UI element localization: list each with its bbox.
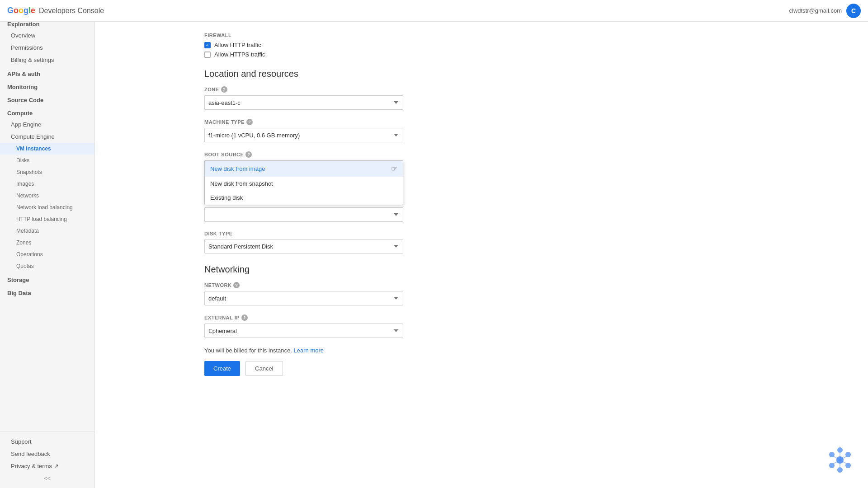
sidebar-collapse-button[interactable]: << [0,472,94,484]
firewall-title: FIREWALL [204,33,854,38]
boot-source-option-image-label: New disk from image [210,165,265,172]
billing-note: You will be billed for this instance. Le… [204,347,854,354]
zone-label: ZONE ? [204,86,854,93]
allow-http-row: Allow HTTP traffic [204,42,854,48]
sidebar-section-apis[interactable]: APIs & auth [0,66,94,79]
svg-point-4 [837,467,843,473]
sidebar-item-overview[interactable]: Overview [0,29,94,42]
sidebar-item-images[interactable]: Images [0,178,94,190]
machine-type-label: MACHINE TYPE ? [204,119,854,125]
sidebar-item-billing[interactable]: Billing & settings [0,54,94,66]
disk-type-group: DISK TYPE Standard Persistent Disk [204,231,854,253]
sidebar-item-networks[interactable]: Networks [0,190,94,202]
zone-select[interactable]: asia-east1-c [204,95,403,110]
svg-point-1 [837,447,843,453]
boot-source-option-existing-label: Existing disk [210,194,243,201]
sidebar-item-permissions[interactable]: Permissions [0,42,94,54]
allow-http-checkbox[interactable] [204,42,211,48]
learn-more-link[interactable]: Learn more [294,347,324,354]
sidebar-section-storage[interactable]: Storage [0,272,94,285]
cursor-icon: ☞ [391,164,397,173]
user-info: clwdtstr@gmail.com C [789,4,861,18]
sidebar-item-app-engine[interactable]: App Engine [0,118,94,131]
sidebar-item-metadata[interactable]: Metadata [0,225,94,237]
zone-group: ZONE ? asia-east1-c [204,86,854,110]
action-buttons: Create Cancel [204,361,854,376]
main-content: FIREWALL Allow HTTP traffic Allow HTTPS … [190,22,868,488]
avatar[interactable]: C [846,4,861,18]
user-email: clwdtstr@gmail.com [789,7,842,14]
network-select[interactable]: default [204,291,403,305]
allow-https-row: Allow HTTPS traffic [204,51,854,58]
allow-https-checkbox[interactable] [204,52,211,58]
location-heading: Location and resources [204,69,854,79]
external-ip-select[interactable]: Ephemeral [204,324,403,338]
zone-help-icon[interactable]: ? [221,86,227,93]
sidebar-item-support[interactable]: Support [0,436,94,448]
boot-source-option-snapshot-label: New disk from snapshot [210,180,273,187]
app-name: Developers Console [39,7,104,15]
allow-https-label: Allow HTTPS traffic [214,51,265,58]
disk-type-select[interactable]: Standard Persistent Disk [204,239,403,253]
sidebar-section-big-data[interactable]: Big Data [0,285,94,298]
logo: Google Developers Console [7,6,104,15]
header: Google Developers Console clwdtstr@gmail… [0,0,868,22]
networking-heading: Networking [204,264,854,275]
boot-source-option-image[interactable]: New disk from image ☞ [205,161,403,177]
floating-cluster-icon [826,446,854,474]
sidebar-item-snapshots[interactable]: Snapshots [0,166,94,178]
machine-type-select[interactable]: f1-micro (1 vCPU, 0.6 GB memory) [204,128,403,142]
external-ip-label: EXTERNAL IP ? [204,314,854,321]
boot-source-group: BOOT SOURCE ? New disk from image ☞ New … [204,151,854,158]
sidebar-item-disks[interactable]: Disks [0,155,94,166]
sidebar-item-network-load-balancing[interactable]: Network load balancing [0,202,94,213]
boot-source-option-snapshot[interactable]: New disk from snapshot [205,177,403,191]
sidebar: < Projects Exploration Overview Permissi… [0,0,95,488]
sidebar-item-quotas[interactable]: Quotas [0,260,94,272]
machine-type-help-icon[interactable]: ? [246,119,253,125]
firewall-section: FIREWALL Allow HTTP traffic Allow HTTPS … [204,33,854,58]
sidebar-item-privacy[interactable]: Privacy & terms ↗ [0,460,94,472]
google-logo: Google [7,6,35,15]
boot-source-option-existing[interactable]: Existing disk [205,191,403,205]
disk-type-label: DISK TYPE [204,231,854,236]
sidebar-section-monitoring[interactable]: Monitoring [0,79,94,92]
machine-type-group: MACHINE TYPE ? f1-micro (1 vCPU, 0.6 GB … [204,119,854,142]
boot-source-help-icon[interactable]: ? [245,151,252,158]
sidebar-item-http-load-balancing[interactable]: HTTP load balancing [0,213,94,225]
boot-source-label: BOOT SOURCE ? [204,151,854,158]
image-select[interactable] [204,207,403,222]
sidebar-section-compute: Compute [0,105,94,118]
allow-http-label: Allow HTTP traffic [214,42,261,48]
network-group: NETWORK ? default [204,282,854,305]
network-help-icon[interactable]: ? [233,282,240,288]
external-ip-help-icon[interactable]: ? [241,314,248,321]
sidebar-footer: Support Send feedback Privacy & terms ↗ … [0,432,94,488]
cancel-button[interactable]: Cancel [245,361,283,376]
sidebar-item-vm-instances[interactable]: VM instances [0,143,94,155]
sidebar-item-compute-engine[interactable]: Compute Engine [0,131,94,143]
external-ip-group: EXTERNAL IP ? Ephemeral [204,314,854,338]
sidebar-item-zones[interactable]: Zones [0,237,94,249]
sidebar-section-source-code[interactable]: Source Code [0,92,94,105]
network-label: NETWORK ? [204,282,854,288]
boot-source-dropdown-open[interactable]: New disk from image ☞ New disk from snap… [204,160,403,205]
create-button[interactable]: Create [204,361,240,376]
sidebar-item-send-feedback[interactable]: Send feedback [0,448,94,460]
sidebar-item-operations[interactable]: Operations [0,249,94,260]
